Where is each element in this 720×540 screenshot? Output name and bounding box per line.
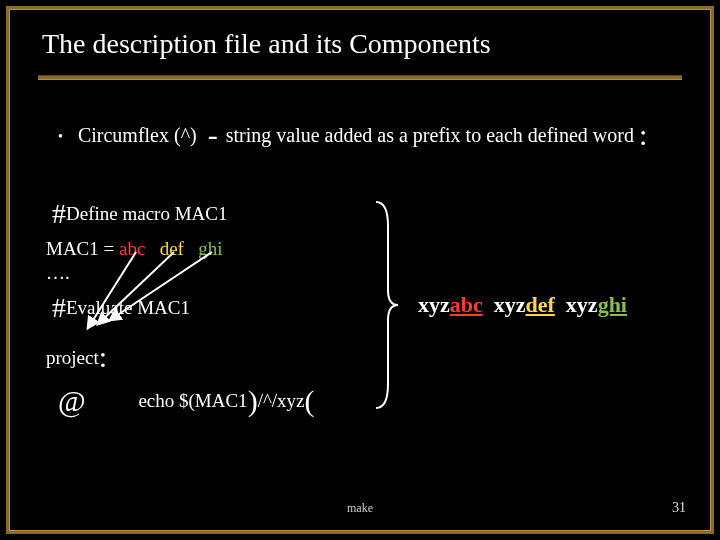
res-ghi: ghi — [598, 292, 627, 317]
bullet-colon: : — [639, 118, 647, 151]
res-xyz-1: xyz — [418, 292, 450, 317]
code-define: #Define macro MAC1 — [52, 198, 227, 230]
bullet-dot-icon: • — [58, 129, 63, 145]
paren-open-icon: ( — [305, 384, 315, 417]
bullet-circumflex: • Circumflex (^) - string value added as… — [58, 118, 647, 152]
footer-label: make — [0, 501, 720, 516]
slide-title: The description file and its Components — [42, 28, 491, 60]
at-icon: @ — [58, 384, 86, 417]
paren-close-icon: ) — [248, 384, 258, 417]
res-abc: abc — [450, 292, 483, 317]
define-text: Define macro MAC1 — [66, 203, 227, 224]
svg-line-2 — [110, 252, 212, 320]
page-number: 31 — [672, 500, 686, 516]
bullet-label: Circumflex (^) — [78, 124, 197, 146]
code-echo: @ echo $(MAC1)/^/xyz( — [58, 384, 315, 418]
bullet-desc: string value added as a prefix to each d… — [226, 124, 634, 146]
res-xyz-2: xyz — [494, 292, 526, 317]
hash-icon: # — [52, 198, 66, 229]
svg-line-0 — [88, 252, 136, 328]
res-def: def — [526, 292, 555, 317]
echo-mid: /^/xyz — [258, 390, 305, 411]
res-xyz-3: xyz — [566, 292, 598, 317]
result-expansion: xyzabc xyzdef xyzghi — [418, 292, 627, 318]
arrows-diagram — [44, 240, 264, 350]
title-divider — [38, 76, 682, 79]
bullet-dash: - — [208, 118, 218, 151]
project-text: project — [46, 347, 99, 368]
curly-brace-icon — [370, 196, 400, 414]
svg-line-1 — [98, 252, 174, 324]
echo-pre: echo $(MAC1 — [138, 390, 247, 411]
